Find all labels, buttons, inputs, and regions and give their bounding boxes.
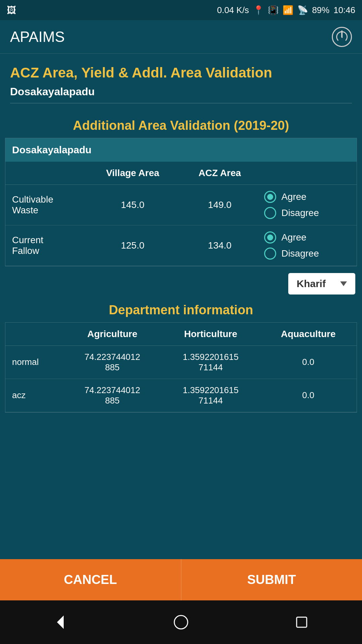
kharif-dropdown[interactable]: Kharif (288, 273, 355, 294)
home-button[interactable] (173, 614, 189, 631)
power-line-icon (341, 31, 343, 37)
dept-col-horticulture: Horticulture (162, 323, 260, 346)
svg-rect-2 (297, 617, 307, 627)
area-validation-table: Dosakayalapadu Village Area ACZ Area Cul… (5, 138, 357, 266)
fallow-disagree-radio[interactable] (264, 248, 276, 260)
cultivable-agree-label: Agree (281, 192, 306, 202)
vibrate-icon: 📳 (268, 5, 279, 15)
bottom-buttons: CANCEL SUBMIT (0, 559, 362, 600)
cultivable-agree-radio[interactable] (264, 191, 276, 203)
cultivable-acz-area: 149.0 (180, 184, 259, 225)
dept-col-agriculture: Agriculture (63, 323, 161, 346)
fallow-disagree-label: Disagree (281, 248, 319, 259)
dept-acz-label: acz (5, 379, 63, 412)
cancel-button[interactable]: CANCEL (0, 559, 181, 600)
back-button[interactable] (52, 614, 69, 631)
status-bar: 🖼 0.04 K/s 📍 📳 📶 📡 89% 10:46 (0, 0, 362, 20)
home-icon (173, 614, 189, 631)
row-label-fallow: CurrentFallow (5, 225, 85, 266)
section-title: Additional Area Validation (2019-20) (0, 110, 362, 138)
table-row: CurrentFallow 125.0 134.0 Agree Disagree (5, 225, 357, 266)
dept-col-empty (5, 323, 63, 346)
header-divider (10, 103, 352, 103)
chevron-down-icon (340, 281, 347, 286)
table-row: CultivableWaste 145.0 149.0 Agree Disagr… (5, 184, 357, 225)
image-icon: 🖼 (7, 5, 16, 16)
app-title: APAIMS (10, 29, 65, 45)
nav-bar (0, 600, 362, 644)
fallow-options: Agree Disagree (259, 225, 357, 266)
dept-header-row: Agriculture Horticulture Aquaculture (5, 323, 357, 346)
department-table-container: Agriculture Horticulture Aquaculture nor… (5, 322, 357, 413)
back-icon (52, 614, 69, 631)
page-subtitle: Dosakayalapadu (10, 86, 352, 98)
table-header-row: Village Area ACZ Area (5, 162, 357, 185)
svg-marker-0 (57, 615, 64, 629)
svg-point-1 (174, 615, 188, 629)
dept-normal-horticulture: 1.359220161571144 (162, 345, 260, 379)
table-section-header: Dosakayalapadu (5, 138, 357, 162)
fallow-radio-group: Agree Disagree (264, 231, 352, 260)
wifi-icon: 📶 (283, 5, 293, 15)
kharif-row: Kharif (0, 266, 362, 294)
recents-button[interactable] (293, 614, 310, 631)
signal-icon: 📡 (297, 5, 308, 15)
cultivable-disagree-option[interactable]: Disagree (264, 207, 352, 219)
submit-button[interactable]: SUBMIT (181, 559, 362, 600)
dept-col-aquaculture: Aquaculture (260, 323, 357, 346)
fallow-disagree-option[interactable]: Disagree (264, 248, 352, 260)
department-table: Agriculture Horticulture Aquaculture nor… (5, 323, 357, 412)
dept-normal-aquaculture: 0.0 (260, 345, 357, 379)
area-data-table: Village Area ACZ Area CultivableWaste 14… (5, 162, 357, 266)
dept-normal-label: normal (5, 345, 63, 379)
cultivable-village-area: 145.0 (85, 184, 180, 225)
table-row: acz 74.223744012885 1.359220161571144 0.… (5, 379, 357, 412)
fallow-agree-option[interactable]: Agree (264, 231, 352, 244)
cultivable-disagree-label: Disagree (281, 208, 319, 218)
battery: 89% (312, 5, 329, 15)
table-row: normal 74.223744012885 1.359220161571144… (5, 345, 357, 379)
time: 10:46 (334, 5, 355, 15)
power-button[interactable] (332, 27, 352, 47)
cultivable-disagree-radio[interactable] (264, 207, 276, 219)
app-bar: APAIMS (0, 20, 362, 54)
cultivable-options: Agree Disagree (259, 184, 357, 225)
network-speed: 0.04 K/s (217, 5, 249, 15)
col-header-options (259, 162, 357, 185)
kharif-label: Kharif (297, 278, 326, 289)
col-header-empty (5, 162, 85, 185)
row-label-cultivable: CultivableWaste (5, 184, 85, 225)
location-icon: 📍 (253, 5, 264, 15)
col-header-acz-area: ACZ Area (180, 162, 259, 185)
col-header-village-area: Village Area (85, 162, 180, 185)
page-header: ACZ Area, Yield & Addl. Area Validation … (0, 54, 362, 110)
fallow-acz-area: 134.0 (180, 225, 259, 266)
fallow-agree-label: Agree (281, 232, 306, 243)
status-bar-left: 🖼 (7, 5, 16, 16)
cultivable-agree-option[interactable]: Agree (264, 191, 352, 203)
dept-normal-agriculture: 74.223744012885 (63, 345, 161, 379)
fallow-village-area: 125.0 (85, 225, 180, 266)
dept-acz-horticulture: 1.359220161571144 (162, 379, 260, 412)
cultivable-radio-group: Agree Disagree (264, 191, 352, 219)
page-title: ACZ Area, Yield & Addl. Area Validation (10, 64, 352, 82)
dept-acz-aquaculture: 0.0 (260, 379, 357, 412)
department-title: Department information (0, 294, 362, 322)
content-area: ACZ Area, Yield & Addl. Area Validation … (0, 54, 362, 644)
status-bar-right: 0.04 K/s 📍 📳 📶 📡 89% 10:46 (217, 5, 355, 15)
dept-acz-agriculture: 74.223744012885 (63, 379, 161, 412)
fallow-agree-radio[interactable] (264, 231, 276, 244)
recents-icon (293, 614, 310, 631)
